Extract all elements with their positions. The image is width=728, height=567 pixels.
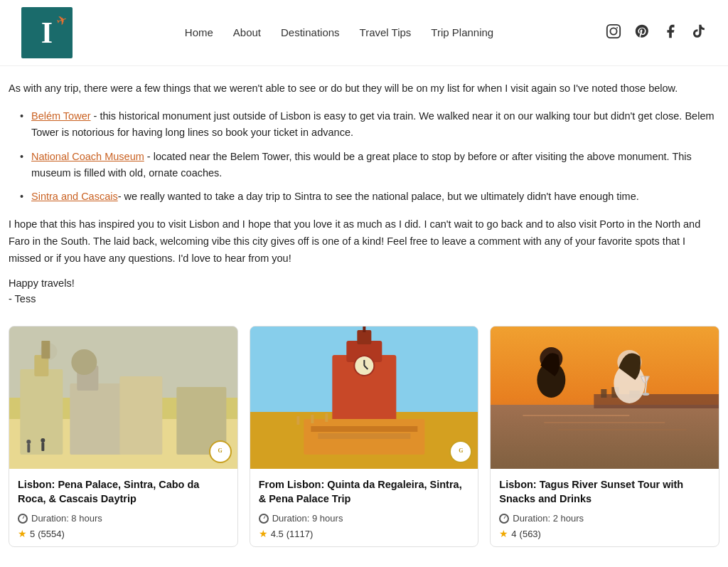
svg-point-2 bbox=[616, 27, 618, 28]
pinterest-icon[interactable] bbox=[634, 23, 650, 43]
card-3-duration: Duration: 2 hours bbox=[499, 513, 710, 524]
svg-rect-32 bbox=[311, 415, 314, 423]
svg-point-48 bbox=[643, 393, 650, 396]
star-icon-3: ★ bbox=[499, 528, 508, 539]
sintra-cascais-link[interactable]: Sintra and Cascais bbox=[31, 191, 118, 202]
card-2-body: From Lisbon: Quinta da Regaleira, Sintra… bbox=[250, 469, 478, 547]
list-item: Sintra and Cascais- we really wanted to … bbox=[20, 189, 719, 205]
star-icon-1: ★ bbox=[18, 528, 27, 539]
main-content: As with any trip, there were a few thing… bbox=[1, 66, 727, 567]
card-3[interactable]: Lisbon: Tagus River Sunset Tour with Sna… bbox=[490, 326, 719, 548]
card-1-rating-value: 5 bbox=[30, 529, 35, 539]
card-1[interactable]: G Lisbon: Pena Palace, Sintra, Cabo da R… bbox=[9, 326, 238, 548]
clock-icon-3 bbox=[499, 514, 509, 524]
svg-point-13 bbox=[71, 349, 97, 375]
card-2[interactable]: G From Lisbon: Quinta da Regaleira, Sint… bbox=[250, 326, 479, 548]
card-2-title: From Lisbon: Quinta da Regaleira, Sintra… bbox=[259, 477, 470, 507]
svg-rect-33 bbox=[325, 413, 328, 422]
nav-travel-tips[interactable]: Travel Tips bbox=[360, 26, 412, 38]
getours-badge-1: G bbox=[209, 440, 232, 463]
svg-rect-0 bbox=[607, 24, 620, 37]
nav-trip-planning[interactable]: Trip Planning bbox=[431, 26, 493, 38]
signature-text: - Tess bbox=[9, 293, 719, 304]
svg-point-14 bbox=[40, 343, 57, 360]
logo-plane-icon: ✈ bbox=[54, 11, 70, 30]
svg-rect-29 bbox=[311, 426, 417, 432]
svg-rect-24 bbox=[363, 327, 365, 332]
svg-rect-11 bbox=[119, 376, 162, 455]
svg-rect-17 bbox=[41, 443, 44, 451]
national-coach-museum-link[interactable]: National Coach Museum bbox=[31, 151, 144, 162]
card-2-rating: ★ 4.5 (1117) bbox=[259, 528, 470, 539]
card-3-rating: ★ 4 (563) bbox=[499, 528, 710, 539]
svg-rect-9 bbox=[70, 383, 127, 455]
card-3-image bbox=[491, 327, 719, 469]
card-2-duration: Duration: 9 hours bbox=[259, 513, 470, 524]
svg-rect-31 bbox=[296, 416, 299, 425]
facebook-icon[interactable] bbox=[663, 23, 678, 43]
star-icon-2: ★ bbox=[259, 528, 268, 539]
card-1-image: G bbox=[9, 327, 237, 469]
cards-row: G Lisbon: Pena Palace, Sintra, Cabo da R… bbox=[9, 326, 719, 548]
clock-icon-1 bbox=[18, 514, 28, 524]
card-3-rating-count: (563) bbox=[520, 529, 541, 539]
card-1-duration: Duration: 8 hours bbox=[18, 513, 229, 524]
svg-rect-35 bbox=[491, 405, 719, 469]
card-1-body: Lisbon: Pena Palace, Sintra, Cabo da Roc… bbox=[9, 469, 237, 547]
card-2-image: G bbox=[250, 327, 478, 469]
card-3-rating-value: 4 bbox=[511, 529, 516, 539]
svg-rect-40 bbox=[601, 389, 607, 398]
nav-home[interactable]: Home bbox=[185, 26, 213, 38]
svg-rect-30 bbox=[318, 433, 410, 439]
svg-point-16 bbox=[26, 440, 31, 444]
list-item: National Coach Museum - located near the… bbox=[20, 149, 719, 181]
svg-point-18 bbox=[41, 438, 45, 443]
card-1-title: Lisbon: Pena Palace, Sintra, Cabo da Roc… bbox=[18, 477, 229, 507]
sintra-cascais-text: - we really wanted to take a day trip to… bbox=[118, 191, 639, 202]
closing-paragraph: I hope that this has inspired you to vis… bbox=[9, 216, 719, 267]
belem-tower-link[interactable]: Belém Tower bbox=[31, 110, 91, 122]
happy-travels-text: Happy travels! bbox=[9, 277, 719, 289]
bullet-list: Belém Tower - this historical monument j… bbox=[20, 108, 719, 205]
card-2-rating-value: 4.5 bbox=[271, 529, 284, 539]
nav-links: Home About Destinations Travel Tips Trip… bbox=[185, 26, 493, 39]
navbar: I ✈ Home About Destinations Travel Tips … bbox=[0, 0, 728, 66]
nav-destinations[interactable]: Destinations bbox=[281, 26, 340, 38]
card-3-title: Lisbon: Tagus River Sunset Tour with Sna… bbox=[499, 477, 710, 507]
social-icons bbox=[606, 23, 707, 43]
getours-badge-2: G bbox=[449, 440, 472, 463]
clock-icon-2 bbox=[259, 514, 269, 524]
belem-tower-text: - this historical monument just outside … bbox=[31, 110, 714, 138]
intro-paragraph: As with any trip, there were a few thing… bbox=[9, 80, 719, 97]
svg-rect-15 bbox=[27, 444, 30, 452]
logo[interactable]: I ✈ bbox=[21, 7, 73, 58]
card-1-rating: ★ 5 (5554) bbox=[18, 528, 229, 539]
tiktok-icon[interactable] bbox=[691, 23, 707, 43]
card-3-body: Lisbon: Tagus River Sunset Tour with Sna… bbox=[491, 469, 719, 547]
card-2-rating-count: (1117) bbox=[287, 529, 314, 539]
nav-about[interactable]: About bbox=[233, 26, 261, 38]
instagram-icon[interactable] bbox=[606, 23, 621, 43]
card-1-rating-count: (5554) bbox=[38, 529, 65, 539]
logo-letter: I bbox=[41, 18, 53, 48]
list-item: Belém Tower - this historical monument j… bbox=[20, 108, 719, 141]
svg-point-1 bbox=[610, 28, 616, 34]
